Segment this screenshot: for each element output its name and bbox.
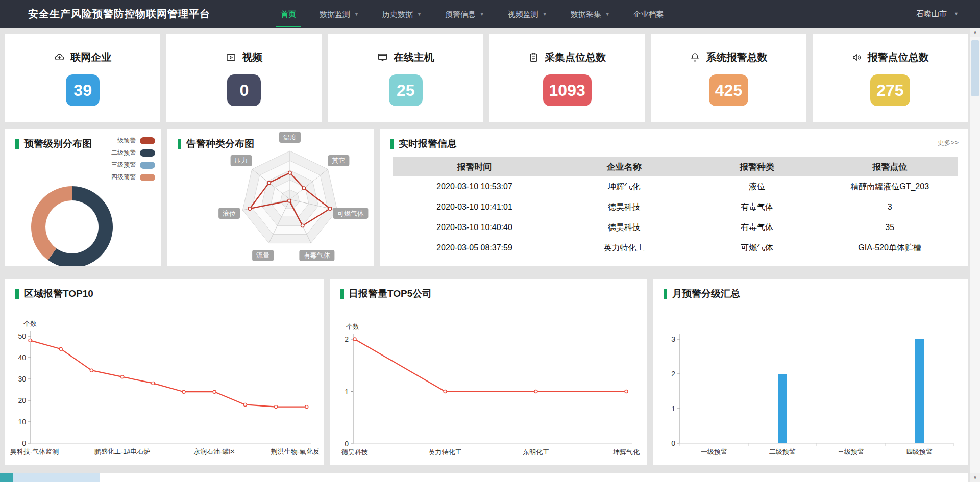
data-point <box>305 405 308 409</box>
nav-item-6[interactable]: 企业档案 <box>622 0 676 28</box>
table-cell: 有毒气体 <box>692 202 822 213</box>
radar-point <box>329 207 332 210</box>
bottom-row: 区域报警TOP10 01020304050个数昊科技-气体监测鹏盛化工-1#电石… <box>5 279 968 465</box>
stat-card-value: 39 <box>66 74 100 106</box>
stat-card-head: 采集点位总数 <box>489 50 645 64</box>
region-top10-line-chart[interactable]: 01020304050个数昊科技-气体监测鹏盛化工-1#电石炉永润石油-罐区荆洪… <box>5 279 324 465</box>
legend-swatch <box>140 137 155 144</box>
nav-item-1[interactable]: 数据监测▼ <box>308 0 371 28</box>
legend-item-3[interactable]: 四级预警 <box>111 173 155 182</box>
y-tick-label: 0 <box>671 439 675 447</box>
stat-card-head: 报警点位总数 <box>813 50 968 64</box>
y-tick-label: 1 <box>345 388 349 396</box>
nav-item-0[interactable]: 首页 <box>269 0 308 28</box>
stat-card-head: 视频 <box>166 50 322 64</box>
radar-label-流量: 流量 <box>252 250 274 261</box>
stat-card-4: 系统报警总数425 <box>651 34 806 122</box>
data-point <box>243 403 247 406</box>
city-selector[interactable]: 石嘴山市 ▼ <box>916 9 959 19</box>
y-tick-label: 10 <box>18 418 26 426</box>
table-header-cell: 企业名称 <box>556 161 692 173</box>
table-cell: 液位 <box>692 182 822 192</box>
green-bar-icon <box>390 139 394 149</box>
stat-card-label: 采集点位总数 <box>545 50 606 64</box>
table-cell: 德昊科技 <box>556 222 692 233</box>
table-row-1: 2020-03-10 10:41:01德昊科技有毒气体3 <box>393 197 958 217</box>
table-row-0: 2020-03-10 10:53:07坤辉气化液位精醇南罐液位GT_203 <box>393 176 958 197</box>
legend-label: 二级预警 <box>111 148 136 157</box>
radar-point <box>301 224 304 227</box>
radar-label-液位: 液位 <box>218 208 240 219</box>
panel-title: 实时报警信息 <box>390 137 457 150</box>
scrollbar-thumb[interactable] <box>971 40 979 96</box>
panel-title-text: 日报警量TOP5公司 <box>349 287 432 300</box>
legend-item-2[interactable]: 三级预警 <box>111 161 155 169</box>
nav-menu: 首页数据监测▼历史数据▼预警信息▼视频监测▼数据采集▼企业档案 <box>269 0 676 28</box>
peek-teal-block <box>0 473 13 482</box>
svg-text:可燃气体: 可燃气体 <box>337 210 364 217</box>
panel-title: 告警种类分布图 <box>178 137 254 150</box>
radar-point <box>302 187 305 190</box>
table-row-2: 2020-03-10 10:40:40德昊科技有毒气体35 <box>393 217 958 238</box>
nav-item-2[interactable]: 历史数据▼ <box>371 0 433 28</box>
panel-title-text: 月预警分级汇总 <box>672 287 740 300</box>
y-tick-label: 0 <box>345 440 349 448</box>
middle-row: 预警级别分布图 一级预警二级预警三级预警四级预警 告警种类分布图 温度其它可燃气… <box>5 129 968 266</box>
radar-point <box>288 199 291 202</box>
x-tick-label: 坤辉气化 <box>612 448 640 456</box>
table-header-cell: 报警种类 <box>692 161 822 173</box>
radar-point <box>288 171 291 174</box>
data-point <box>353 338 356 341</box>
panel-title: 区域报警TOP10 <box>15 287 93 300</box>
nav-item-3[interactable]: 预警信息▼ <box>433 0 496 28</box>
svg-text:有毒气体: 有毒气体 <box>304 251 330 259</box>
panel-title-text: 告警种类分布图 <box>186 137 254 150</box>
top-navbar: 安全生产风险预警防控物联网管理平台 首页数据监测▼历史数据▼预警信息▼视频监测▼… <box>0 0 980 28</box>
legend-swatch <box>140 162 155 169</box>
x-tick-label: 荆洪生物-氧化反 <box>271 448 320 455</box>
chevron-down-icon: ▼ <box>354 12 359 17</box>
stat-card-1: 视频0 <box>166 34 322 122</box>
bell-icon <box>690 52 700 63</box>
nav-item-4[interactable]: 视频监测▼ <box>496 0 559 28</box>
vertical-scrollbar[interactable]: ∧ ∨ <box>970 28 980 482</box>
table-cell: 2020-03-10 10:41:01 <box>393 202 556 212</box>
legend-item-1[interactable]: 二级预警 <box>111 148 155 157</box>
stat-card-value: 1093 <box>543 74 592 106</box>
table-body: 2020-03-10 10:53:07坤辉气化液位精醇南罐液位GT_203202… <box>393 176 958 258</box>
x-tick-label: 东明化工 <box>523 448 549 456</box>
svg-text:压力: 压力 <box>235 157 248 164</box>
y-axis-title: 个数 <box>23 320 37 327</box>
scroll-down-button[interactable]: ∨ <box>970 473 980 482</box>
x-tick-label: 英力特化工 <box>429 448 462 456</box>
green-bar-icon <box>178 139 181 149</box>
svg-text:液位: 液位 <box>223 210 236 217</box>
stat-card-head: 联网企业 <box>5 50 160 64</box>
data-point <box>625 390 628 393</box>
data-point <box>59 347 62 350</box>
app-title: 安全生产风险预警防控物联网管理平台 <box>28 7 210 21</box>
stat-card-2: 在线主机25 <box>328 34 483 122</box>
table-cell: 2020-03-10 10:53:07 <box>393 182 556 191</box>
clipboard-icon <box>528 52 539 63</box>
y-tick-label: 50 <box>18 332 26 340</box>
svg-text:流量: 流量 <box>256 251 270 259</box>
x-tick-label: 鹏盛化工-1#电石炉 <box>94 448 151 455</box>
nav-item-5[interactable]: 数据采集▼ <box>559 0 622 28</box>
monthly-summary-bar-chart[interactable]: 0123一级预警二级预警三级预警四级预警 <box>653 279 968 465</box>
table-header-cell: 报警时间 <box>393 161 556 173</box>
more-link[interactable]: 更多>> <box>938 138 959 147</box>
data-point <box>275 405 278 409</box>
nav-item-label: 预警信息 <box>445 10 476 18</box>
donut-slice-四级预警 <box>31 186 72 260</box>
nav-item-label: 视频监测 <box>508 10 538 18</box>
radar-point <box>267 181 271 184</box>
stat-card-head: 系统报警总数 <box>651 50 806 64</box>
next-section-peek <box>0 473 968 482</box>
nav-item-label: 数据采集 <box>571 10 601 18</box>
table-cell: 3 <box>822 202 958 212</box>
daily-top5-line-chart[interactable]: 012个数德昊科技英力特化工东明化工坤辉气化 <box>330 279 647 465</box>
legend-item-0[interactable]: 一级预警 <box>111 136 155 145</box>
scroll-up-button[interactable]: ∧ <box>970 28 980 37</box>
table-row-3: 2020-03-05 08:37:59英力特化工可燃气体GIA-520单体贮槽 <box>393 238 958 258</box>
